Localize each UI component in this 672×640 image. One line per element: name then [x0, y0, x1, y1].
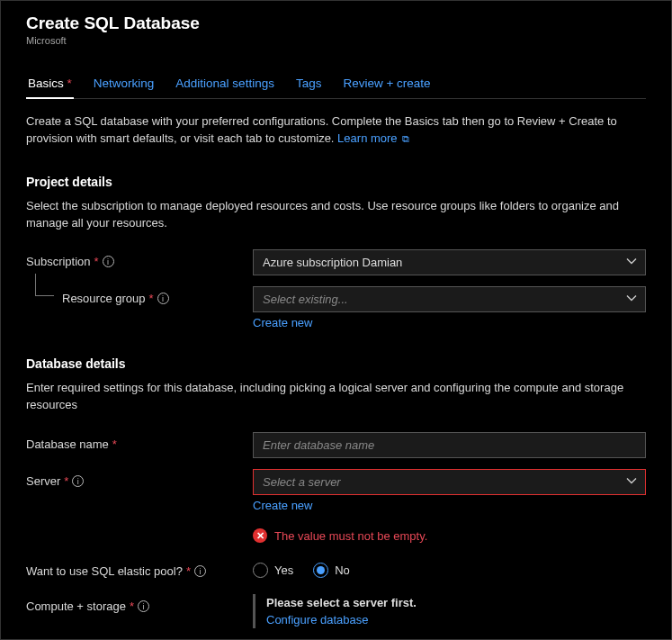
compute-storage-message: Please select a server first.	[266, 596, 646, 609]
tab-review-create[interactable]: Review + create	[341, 71, 432, 99]
subscription-label-text: Subscription	[26, 255, 91, 268]
subscription-label: Subscription * i	[26, 249, 253, 268]
server-label: Server * i	[26, 469, 253, 488]
server-label-text: Server	[26, 474, 60, 488]
server-create-new-link[interactable]: Create new	[253, 499, 312, 512]
radio-icon	[253, 563, 268, 578]
required-asterisk: *	[112, 437, 117, 451]
required-asterisk: *	[149, 292, 154, 305]
elastic-pool-label-text: Want to use SQL elastic pool?	[26, 564, 183, 578]
tab-tags[interactable]: Tags	[294, 71, 324, 99]
tab-networking[interactable]: Networking	[92, 71, 157, 99]
database-name-label: Database name *	[26, 432, 253, 451]
info-icon[interactable]: i	[157, 293, 169, 304]
required-asterisk: *	[186, 564, 191, 578]
resource-group-create-new-link[interactable]: Create new	[253, 316, 312, 329]
database-name-input[interactable]	[253, 432, 646, 458]
info-icon[interactable]: i	[103, 256, 114, 267]
error-icon: ✕	[253, 528, 267, 543]
info-icon[interactable]: i	[138, 600, 149, 612]
required-asterisk: *	[64, 474, 68, 488]
database-name-label-text: Database name	[26, 437, 109, 451]
radio-label: No	[335, 563, 350, 577]
required-asterisk: *	[130, 599, 134, 613]
radio-label: Yes	[274, 563, 293, 577]
server-select[interactable]: Select a server	[253, 469, 646, 495]
intro-text: Create a SQL database with your preferre…	[26, 113, 646, 148]
server-error-message: ✕ The value must not be empty.	[253, 528, 646, 543]
info-icon[interactable]: i	[72, 475, 84, 487]
subscription-select[interactable]: Azure subscription Damian	[253, 249, 646, 275]
configure-database-link[interactable]: Configure database	[266, 613, 368, 626]
error-text: The value must not be empty.	[274, 529, 427, 543]
page-subtitle: Microsoft	[26, 35, 646, 46]
learn-more-link[interactable]: Learn more ⧉	[337, 131, 409, 145]
resource-group-label-text: Resource group	[62, 292, 146, 305]
page-title: Create SQL Database	[26, 14, 646, 33]
tab-additional-settings[interactable]: Additional settings	[174, 71, 276, 99]
required-asterisk: *	[94, 255, 99, 268]
resource-group-select[interactable]: Select existing...	[253, 286, 646, 312]
project-details-heading: Project details	[26, 175, 646, 189]
resource-group-label: Resource group * i	[26, 286, 253, 305]
elastic-pool-label: Want to use SQL elastic pool? * i	[26, 559, 253, 578]
learn-more-label: Learn more	[337, 131, 397, 145]
tabs-bar: Basics * Networking Additional settings …	[26, 71, 646, 99]
elastic-pool-radio-group: Yes No	[253, 559, 646, 578]
project-details-desc: Select the subscription to manage deploy…	[26, 198, 646, 232]
external-link-icon: ⧉	[399, 133, 409, 144]
required-asterisk: *	[67, 77, 72, 90]
compute-storage-label: Compute + storage * i	[26, 594, 253, 613]
tab-basics[interactable]: Basics *	[26, 71, 74, 99]
elastic-pool-no-radio[interactable]: No	[313, 563, 350, 578]
database-details-heading: Database details	[26, 356, 646, 371]
intro-body: Create a SQL database with your preferre…	[26, 114, 617, 145]
compute-storage-info: Please select a server first. Configure …	[253, 594, 646, 628]
database-details-desc: Enter required settings for this databas…	[26, 380, 646, 414]
tab-label: Basics	[28, 77, 64, 90]
info-icon[interactable]: i	[194, 565, 206, 577]
radio-icon	[313, 563, 328, 578]
compute-storage-label-text: Compute + storage	[26, 599, 126, 613]
elastic-pool-yes-radio[interactable]: Yes	[253, 563, 293, 578]
